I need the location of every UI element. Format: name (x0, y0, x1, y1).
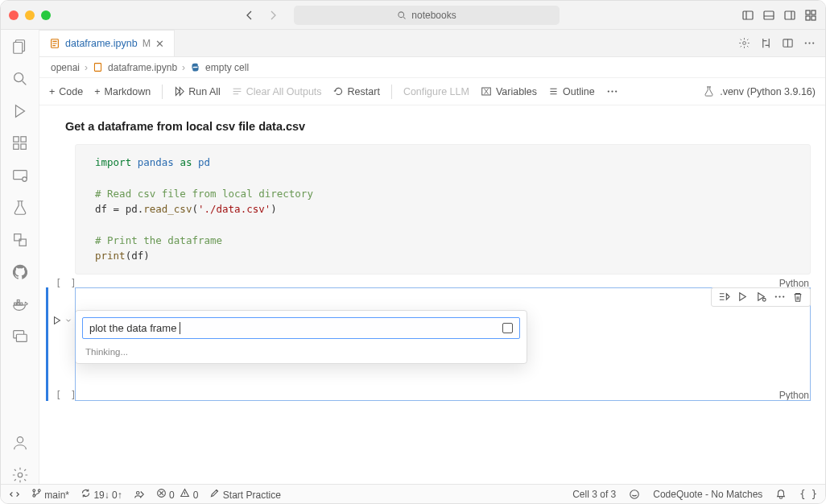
remote-status-icon[interactable] (9, 489, 20, 500)
comments-icon[interactable] (11, 328, 29, 345)
svg-rect-13 (20, 144, 25, 149)
inline-prompt-text: plot the data frame (89, 322, 176, 334)
run-all-button[interactable]: Run All (174, 86, 221, 97)
stop-icon[interactable] (502, 323, 513, 333)
git-sync[interactable]: 19↓ 0↑ (81, 488, 122, 501)
svg-point-39 (775, 296, 777, 298)
cell-run-gutter[interactable] (52, 315, 72, 326)
tab-split-icon[interactable] (782, 37, 794, 49)
layout-panel-icon[interactable] (762, 9, 775, 22)
svg-point-44 (38, 489, 40, 491)
maximize-window-icon[interactable] (41, 10, 51, 20)
close-window-icon[interactable] (9, 10, 19, 20)
active-cell-indicator (46, 287, 48, 401)
window-controls (9, 10, 51, 20)
breadcrumb-folder[interactable]: openai (51, 62, 80, 73)
editor-tabs: dataframe.ipynb M ✕ (39, 30, 825, 57)
svg-rect-6 (806, 16, 810, 20)
cell-execute-above-icon[interactable] (755, 291, 767, 303)
codequote-status[interactable]: CodeQuote - No Matches (653, 489, 762, 500)
svg-rect-18 (19, 239, 26, 246)
svg-point-45 (136, 491, 139, 494)
svg-point-41 (783, 296, 784, 298)
run-cell-icon[interactable] (52, 315, 63, 326)
outline-button[interactable]: Outline (548, 86, 595, 97)
svg-point-16 (22, 177, 27, 182)
inline-prompt: plot the data frame Thinking... (75, 310, 527, 364)
tab-more-icon[interactable] (803, 37, 816, 49)
code-cell-1[interactable]: import pandas as pd # Read csv file from… (46, 144, 811, 289)
command-center-text: notebooks (411, 10, 456, 21)
code-cell-2[interactable]: plot the data frame Thinking... [ ] Pyth… (46, 310, 811, 401)
cell-lang-label[interactable]: Python (779, 390, 809, 401)
references-icon[interactable] (11, 231, 29, 249)
cell-execute-icon[interactable] (737, 291, 749, 303)
start-practice[interactable]: Start Practice (209, 488, 280, 501)
testing-icon[interactable] (11, 199, 29, 217)
tab-filename: dataframe.ipynb (65, 38, 138, 49)
git-branch[interactable]: main* (31, 488, 69, 501)
extensions-icon[interactable] (11, 134, 29, 152)
customize-layout-icon[interactable] (804, 9, 817, 22)
variables-button[interactable]: Variables (481, 86, 537, 97)
svg-rect-4 (806, 10, 810, 14)
outline-icon (548, 86, 559, 97)
clear-icon (232, 86, 242, 97)
svg-rect-22 (17, 300, 19, 303)
clear-outputs-button[interactable]: Clear All Outputs (232, 86, 322, 97)
svg-rect-1 (743, 11, 753, 19)
smile-icon[interactable] (629, 489, 640, 500)
cell-delete-icon[interactable] (792, 291, 803, 303)
search-activity-icon[interactable] (11, 70, 29, 88)
layout-sidebar-left-icon[interactable] (741, 9, 754, 22)
breadcrumb-cell[interactable]: empty cell (205, 62, 249, 73)
github-icon[interactable] (11, 263, 29, 281)
account-icon[interactable] (11, 434, 29, 452)
error-icon (156, 488, 167, 498)
docker-icon[interactable] (11, 295, 29, 313)
explorer-icon[interactable] (11, 38, 29, 56)
cell-run-by-line-icon[interactable] (718, 291, 730, 303)
tab-close-icon[interactable]: ✕ (155, 38, 164, 50)
inline-prompt-input[interactable]: plot the data frame (82, 317, 520, 339)
tab-modified-indicator: M (142, 38, 151, 49)
settings-gear-icon[interactable] (11, 466, 29, 484)
add-code-button[interactable]: +Code (49, 86, 83, 97)
inline-prompt-status: Thinking... (76, 345, 527, 357)
svg-rect-7 (812, 16, 816, 20)
cell-position[interactable]: Cell 3 of 3 (572, 489, 616, 500)
remote-icon[interactable] (11, 167, 29, 184)
restart-icon (333, 86, 344, 97)
live-share-icon[interactable] (134, 489, 145, 500)
breadcrumb-file[interactable]: dataframe.ipynb (108, 62, 177, 73)
cell-more-icon[interactable] (774, 291, 786, 303)
layout-sidebar-right-icon[interactable] (783, 9, 796, 22)
nav-forward-icon[interactable] (266, 9, 279, 22)
git-branch-icon (31, 488, 42, 498)
command-center[interactable]: notebooks (294, 6, 560, 25)
problems[interactable]: 0 0 (156, 488, 199, 501)
tab-diff-icon[interactable] (760, 37, 772, 49)
breadcrumb[interactable]: openai › dataframe.ipynb › empty cell (39, 57, 825, 78)
run-all-icon (174, 86, 184, 97)
tab-dataframe[interactable]: dataframe.ipynb M ✕ (39, 30, 175, 56)
nav-back-icon[interactable] (244, 9, 257, 22)
svg-rect-11 (13, 137, 18, 142)
run-chevron-icon[interactable] (64, 316, 72, 324)
activity-bar (1, 30, 39, 484)
svg-rect-14 (20, 137, 25, 142)
configure-llm-button[interactable]: Configure LLM (403, 86, 469, 97)
notebook-toolbar: +Code +Markdown Run All Clear All Output… (39, 78, 825, 105)
run-debug-icon[interactable] (11, 102, 29, 120)
add-markdown-button[interactable]: +Markdown (94, 86, 151, 97)
markdown-cell-text[interactable]: Get a dataframe from local csv file data… (46, 117, 811, 144)
restart-button[interactable]: Restart (333, 86, 380, 97)
code-cell-1-editor[interactable]: import pandas as pd # Read csv file from… (75, 144, 811, 275)
bell-icon[interactable] (775, 489, 787, 500)
tab-settings-icon[interactable] (738, 37, 750, 49)
search-icon (397, 10, 407, 20)
braces-icon[interactable]: { } (799, 489, 817, 500)
kernel-selector[interactable]: .venv (Python 3.9.16) (720, 86, 816, 97)
toolbar-more-icon[interactable] (606, 85, 618, 97)
minimize-window-icon[interactable] (25, 10, 35, 20)
